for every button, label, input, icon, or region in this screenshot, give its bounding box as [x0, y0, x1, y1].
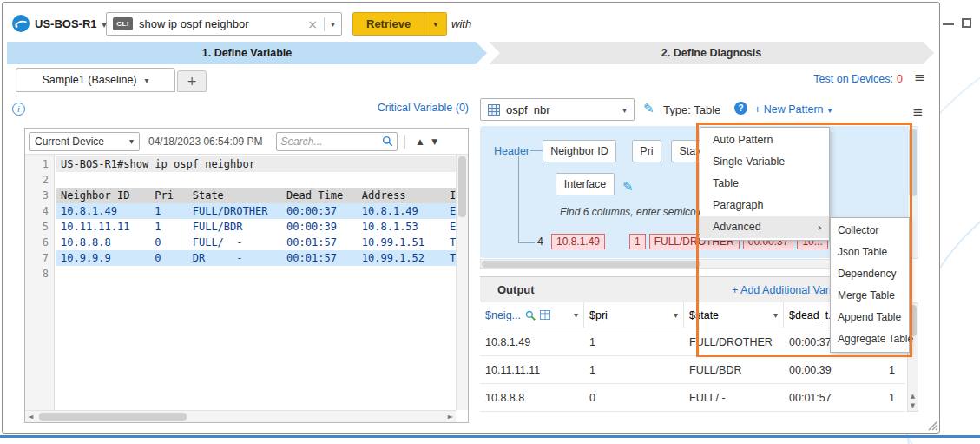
retrieve-button[interactable]: Retrieve [353, 13, 424, 35]
search-input[interactable] [280, 136, 382, 148]
command-dropdown-icon[interactable]: ▾ [331, 19, 335, 29]
code-line[interactable]: 410.8.1.49 1 FULL/DROTHER 00:00:37 10.8.… [25, 203, 456, 219]
column-header-state[interactable]: $state ▾ [684, 302, 784, 328]
pattern-hint: Find 6 columns, enter semicolon t [560, 206, 715, 218]
clear-command-icon[interactable]: × [307, 17, 318, 31]
help-icon[interactable]: ? [734, 102, 747, 115]
menu-icon[interactable]: ≡ [914, 70, 925, 85]
code-line[interactable]: 2 [25, 172, 456, 188]
retrieve-split-button: Retrieve ▾ [352, 12, 447, 36]
search-icon[interactable] [382, 136, 393, 147]
search-next-icon[interactable]: ▼ [427, 137, 442, 146]
tab-label: Sample1 (Baseline) [42, 74, 136, 86]
test-on-devices-count: 0 [897, 73, 903, 85]
search-key-icon[interactable] [525, 310, 536, 321]
scrollbar-thumb[interactable] [909, 129, 917, 196]
sample-timestamp: 04/18/2023 06:54:09 PM [148, 136, 262, 148]
edit-variable-icon[interactable]: ✎ [643, 101, 654, 116]
pattern-column-neighbor-id[interactable]: Neighbor ID [543, 140, 616, 162]
step-define-variable[interactable]: 1. Define Variable [7, 42, 487, 64]
maximize-button[interactable] [962, 18, 971, 28]
code-line[interactable]: 1US-BOS-R1#show ip ospf neighbor [25, 156, 456, 172]
scrollbar-thumb[interactable] [39, 413, 187, 421]
menu-item-dependency[interactable]: Dependency [831, 263, 909, 285]
test-on-devices-label: Test on Devices: [813, 73, 893, 85]
type-label: Type: Table [663, 103, 720, 116]
pattern-column-interface[interactable]: Interface [556, 173, 615, 195]
step-define-diagnosis[interactable]: 2. Define Diagnosis [489, 42, 934, 64]
scroll-up-icon[interactable]: ▲ [908, 393, 918, 400]
chevron-down-icon[interactable]: ▾ [773, 310, 778, 320]
test-on-devices-link[interactable]: Test on Devices:0 [747, 73, 903, 85]
scrollbar-thumb[interactable] [482, 261, 700, 268]
new-pattern-label: + New Pattern [754, 103, 824, 116]
menu-item-single-variable[interactable]: Single Variable [700, 151, 829, 173]
chevron-down-icon: ▾ [145, 76, 149, 85]
chevron-down-icon[interactable]: ▾ [574, 310, 578, 320]
menu-item-merge-table[interactable]: Merge Table [831, 285, 909, 307]
connector-line [518, 156, 519, 243]
scroll-left-icon[interactable]: ◄ [28, 413, 33, 421]
menu-item-advanced[interactable]: Advanced › [700, 216, 829, 238]
desktop-edge-line [0, 435, 980, 438]
column-header-pri[interactable]: $pri ▾ [584, 302, 684, 328]
edit-interface-icon[interactable]: ✎ [622, 179, 634, 195]
table-row: 10.8.8.8 0 FULL/ - 00:01:57 1 [480, 384, 905, 412]
add-tab-button[interactable]: + [177, 70, 207, 92]
menu-item-aggregate-table[interactable]: Aggregate Table [831, 328, 909, 350]
chevron-down-icon: ▾ [622, 105, 627, 115]
matched-value[interactable]: 1 [629, 234, 646, 249]
command-box: CLI × ▾ [106, 12, 342, 36]
scroll-down-icon[interactable]: ▼ [908, 402, 918, 409]
add-additional-variable-link[interactable]: + Add Additional Varia [732, 284, 838, 296]
output-title: Output [497, 283, 535, 296]
cli-badge: CLI [113, 17, 133, 30]
sample-toolbar: Current Device ▾ 04/18/2023 06:54:09 PM … [25, 129, 468, 155]
device-selector[interactable]: US-BOS-R1▾ [35, 17, 107, 30]
vertical-scrollbar[interactable] [456, 155, 468, 410]
menu-item-collector[interactable]: Collector [831, 220, 909, 242]
cli-output-area[interactable]: 1US-BOS-R1#show ip ospf neighbor 2 3Neig… [25, 155, 456, 410]
info-icon[interactable]: i [12, 103, 25, 116]
wizard-steps: 1. Define Variable 2. Define Diagnosis [7, 42, 934, 64]
resize-grip[interactable] [925, 418, 939, 432]
variable-name-label: ospf_nbr [506, 103, 616, 116]
menu-item-paragraph[interactable]: Paragraph [700, 195, 829, 216]
retrieve-dropdown-icon[interactable]: ▾ [424, 13, 446, 35]
new-pattern-button[interactable]: + New Pattern▾ [754, 103, 832, 116]
code-line[interactable]: 710.9.9.9 0 DR - 00:01:57 10.99.1.52 Tun… [25, 250, 456, 266]
horizontal-scrollbar[interactable]: ◄ ► [25, 410, 456, 422]
code-line[interactable]: 610.8.8.8 0 FULL/ - 00:01:57 10.99.1.51 … [25, 235, 456, 250]
variable-select[interactable]: ospf_nbr ▾ [480, 98, 635, 121]
critical-variable-link[interactable]: Critical Variable (0) [330, 102, 469, 114]
chevron-down-icon: ▾ [129, 136, 134, 146]
search-prev-icon[interactable]: ▲ [412, 137, 427, 146]
menu-item-json-table[interactable]: Json Table [831, 242, 909, 263]
submenu-arrow-icon: › [818, 216, 822, 238]
with-label: with [451, 17, 471, 30]
menu-item-table[interactable]: Table [700, 173, 829, 195]
advanced-submenu: Collector Json Table Dependency Merge Ta… [830, 217, 910, 353]
current-device-select[interactable]: Current Device ▾ [29, 132, 140, 151]
column-header-neighbor[interactable]: $neig... ▾ [480, 302, 584, 328]
minimize-button[interactable] [943, 23, 954, 25]
sample-text-panel: Current Device ▾ 04/18/2023 06:54:09 PM … [24, 128, 469, 423]
scroll-right-icon[interactable]: ► [448, 413, 453, 421]
code-line[interactable]: 8 [25, 266, 456, 282]
scrollbar-thumb[interactable] [458, 156, 466, 217]
command-input[interactable] [139, 17, 301, 30]
chevron-down-icon[interactable]: ▾ [674, 310, 678, 320]
code-line[interactable]: 3Neighbor ID Pri State Dead Time Address… [25, 188, 456, 203]
menu-item-auto-pattern[interactable]: Auto Pattern [700, 129, 829, 151]
table-view-icon[interactable] [540, 310, 550, 320]
search-box [276, 132, 398, 151]
panel-menu-icon[interactable]: ≡ [912, 104, 924, 120]
code-line[interactable]: 510.11.11.11 1 FULL/BDR 00:00:39 10.8.1.… [25, 219, 456, 235]
matched-value[interactable]: 10.8.1.49 [551, 234, 605, 249]
menu-item-append-table[interactable]: Append Table [831, 307, 909, 328]
tab-sample1-baseline[interactable]: Sample1 (Baseline) ▾ [16, 68, 175, 92]
sample-row-number: 4 [537, 235, 543, 248]
pattern-header-label: Header [494, 145, 529, 157]
divider [404, 135, 405, 149]
pattern-column-pri[interactable]: Pri [632, 140, 661, 162]
